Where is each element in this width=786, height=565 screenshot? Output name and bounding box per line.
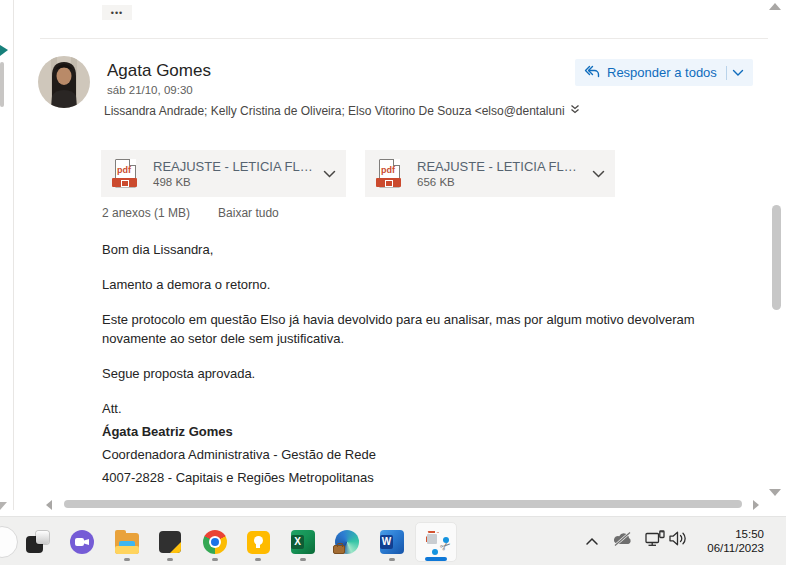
hidden-icons-chevron[interactable] [585, 532, 599, 550]
google-keep-button[interactable] [245, 529, 271, 555]
left-pane-scrollbar-thumb[interactable] [0, 62, 4, 107]
active-app-indicator [425, 557, 447, 561]
scrollbar-corner-fragment [0, 502, 7, 510]
horizontal-scroll-left-arrow[interactable] [46, 500, 52, 510]
file-explorer-button[interactable] [114, 529, 140, 555]
download-all-link[interactable]: Baixar tudo [218, 206, 279, 220]
snipping-tool-icon: ✂ [423, 529, 449, 555]
start-button-partial[interactable] [0, 526, 18, 558]
reply-all-button[interactable]: Responder a todos [575, 59, 753, 86]
avatar-photo [38, 56, 90, 108]
chrome-icon [203, 530, 227, 554]
chrome-button[interactable] [202, 529, 228, 555]
body-paragraph: Lamento a demora o retorno. [102, 275, 727, 294]
attachment-options-chevron-icon[interactable] [323, 165, 336, 183]
signature-name: Ágata Beatriz Gomes [102, 422, 727, 441]
signature-role: Coordenadora Administrativa - Gestão de … [102, 445, 727, 464]
attachments-summary: 2 anexos (1 MB) [102, 206, 190, 220]
running-indicator [255, 558, 261, 561]
vertical-scrollbar-thumb[interactable] [772, 205, 781, 310]
keep-lightbulb-icon [247, 531, 270, 554]
recipients-line: Lissandra Andrade; Kelly Cristina de Oli… [104, 104, 580, 118]
chevron-up-icon [585, 537, 599, 546]
body-paragraph: Bom dia Lissandra, [102, 240, 727, 259]
attachment-size: 656 KB [417, 176, 577, 188]
word-icon: W [380, 530, 404, 554]
excel-icon: X [291, 530, 315, 554]
excel-button[interactable]: X [290, 529, 316, 555]
taskbar: X W ✂ [0, 516, 786, 565]
folder-icon [115, 533, 139, 554]
message-body: Bom dia Lissandra, Lamento a demora o re… [102, 240, 727, 491]
running-indicator [212, 558, 218, 561]
task-view-button[interactable] [24, 529, 50, 555]
attachment-name: REAJUSTE - LETICIA FLEI... [417, 159, 577, 174]
edge-icon [335, 530, 359, 554]
recipients-text: Lissandra Andrade; Kelly Cristina de Oli… [104, 104, 565, 118]
notes-icon [159, 531, 181, 553]
pdf-file-icon: pdf [376, 158, 402, 190]
running-indicator [124, 558, 130, 561]
edge-button[interactable] [334, 529, 360, 555]
attachment-card[interactable]: pdf REAJUSTE - LETICIA FLEI... 656 KB [365, 150, 615, 197]
signature-phone: 4007-2828 - Capitais e Regiões Metropoli… [102, 468, 727, 487]
onedrive-tray-button[interactable] [612, 531, 633, 551]
notes-app-button[interactable] [157, 529, 183, 555]
pdf-file-icon: pdf [112, 158, 138, 190]
video-call-app-button[interactable] [69, 529, 95, 555]
video-camera-icon [70, 530, 94, 554]
signature-closing: Att. [102, 399, 727, 418]
expand-recipients-chevron-icon[interactable] [570, 104, 580, 118]
horizontal-scroll-right-arrow[interactable] [753, 500, 759, 510]
attachment-card[interactable]: pdf REAJUSTE - LETICIA FLEI... 498 KB [101, 150, 346, 197]
sender-avatar[interactable] [38, 56, 90, 108]
volume-tray-button[interactable] [668, 530, 687, 551]
speaker-icon [668, 530, 687, 547]
network-tray-button[interactable] [645, 530, 665, 551]
snipping-tool-button[interactable]: ✂ [423, 529, 449, 555]
clock-date: 06/11/2023 [707, 541, 764, 555]
reply-all-icon [584, 64, 600, 82]
more-actions-button[interactable]: ••• [102, 5, 132, 20]
cloud-slash-icon [612, 531, 633, 547]
vertical-scroll-down-arrow[interactable] [769, 489, 781, 496]
clock-time: 15:50 [707, 527, 764, 541]
message-divider [40, 38, 768, 39]
attachment-options-chevron-icon[interactable] [592, 165, 605, 183]
body-paragraph: Este protocolo em questão Elso já havia … [102, 310, 722, 348]
attachment-name: REAJUSTE - LETICIA FLEI... [153, 159, 313, 174]
running-indicator [389, 558, 395, 561]
pane-divider [13, 0, 14, 510]
reply-options-chevron-icon[interactable] [732, 65, 744, 80]
task-view-icon [25, 530, 49, 554]
running-indicator [300, 558, 306, 561]
work-profile-briefcase-icon [333, 545, 345, 554]
wired-network-icon [645, 530, 665, 547]
body-paragraph: Segue proposta aprovada. [102, 364, 727, 383]
attachment-size: 498 KB [153, 176, 313, 188]
clipped-icon-fragment [0, 45, 8, 56]
reply-all-label: Responder a todos [607, 65, 717, 80]
running-indicator [167, 558, 173, 561]
horizontal-scrollbar-thumb[interactable] [64, 500, 742, 508]
sender-name: Agata Gomes [107, 61, 211, 81]
sent-datetime: sáb 21/10, 09:30 [107, 84, 193, 96]
vertical-scroll-up-arrow[interactable] [769, 3, 781, 10]
word-button[interactable]: W [379, 529, 405, 555]
button-divider [726, 66, 727, 80]
taskbar-clock[interactable]: 15:50 06/11/2023 [707, 527, 764, 555]
